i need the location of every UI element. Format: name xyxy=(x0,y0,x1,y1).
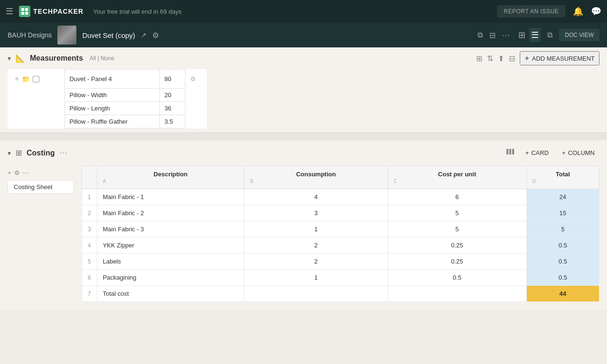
sub-nav-actions: ⧉ ⊟ ⋯ ⊞ ☰ ⧉ DOC VIEW xyxy=(478,28,599,42)
col-consumption-header: Consumption B xyxy=(244,166,388,189)
measurements-filter[interactable]: All | None xyxy=(90,55,114,62)
row-total-7: 44 xyxy=(526,286,599,302)
costing-card-label: Costing Sheet xyxy=(8,180,74,194)
costing-actions: + CARD + COLUMN xyxy=(504,145,599,161)
row-controls: ≡ 📁 xyxy=(12,73,60,86)
measurements-table-wrap: ≡ 📁 Duvet - Panel 4 80 ⚙ Pillow - Width … xyxy=(0,69,607,132)
row-cost-per-unit-4: 0.25 xyxy=(388,237,527,254)
add-measurement-label: ADD MEASUREMENT xyxy=(532,55,595,62)
add-card-sidebar-icon[interactable]: + xyxy=(8,169,11,176)
logo-icon xyxy=(19,6,30,17)
costing-table-row: 7Total cost44 xyxy=(82,286,599,302)
costing-table-row: 5Labels20.250.5 xyxy=(82,254,599,270)
table-row: Pillow - Width 20 xyxy=(8,89,207,102)
row-cost-per-unit-2: 5 xyxy=(388,205,527,221)
sort-icon[interactable]: ⇅ xyxy=(487,54,493,63)
list-view-button[interactable]: ☰ xyxy=(529,28,541,42)
row-cost-per-unit-7 xyxy=(388,286,527,302)
row-consumption-6: 1 xyxy=(244,270,388,286)
measurements-icon: 📐 xyxy=(16,54,25,63)
row-number-3: 3 xyxy=(82,221,97,237)
table-row: Pillow - Length 36 xyxy=(8,102,207,115)
row-consumption-2: 3 xyxy=(244,205,388,221)
add-measurement-button[interactable]: + ADD MEASUREMENT xyxy=(520,51,599,65)
bell-icon[interactable]: 🔔 xyxy=(573,6,583,17)
costing-table-row: 3Main Fabric - 3155 xyxy=(82,221,599,237)
external-link-icon[interactable]: ↗ xyxy=(141,31,147,39)
measurements-section: ▾ 📐 Measurements All | None ⊞ ⇅ ⬆ ⊟ + AD… xyxy=(0,47,607,133)
svg-rect-3 xyxy=(25,12,28,15)
row-cost-per-unit-5: 0.25 xyxy=(388,254,527,270)
add-card-plus-icon: + xyxy=(525,149,529,156)
product-name: Duvet Set (copy) xyxy=(82,31,135,39)
col-num-header xyxy=(82,166,97,189)
doc-view-button[interactable]: DOC VIEW xyxy=(559,29,599,41)
measurement-name-2: Pillow - Width xyxy=(64,89,159,102)
row-consumption-7 xyxy=(244,286,388,302)
scroll-bar-horizontal-2[interactable] xyxy=(0,136,607,140)
svg-rect-6 xyxy=(512,149,514,155)
costing-collapse-button[interactable]: ▾ xyxy=(8,149,11,157)
sub-navigation: BAUH Designs Duvet Set (copy) ↗ ⚙ ⧉ ⊟ ⋯ … xyxy=(0,23,607,47)
row-description-7: Total cost xyxy=(97,286,244,302)
row-consumption-5: 2 xyxy=(244,254,388,270)
row-description-2: Main Fabric - 2 xyxy=(97,205,244,221)
row-description-6: Packagining xyxy=(97,270,244,286)
equals-icon: ≡ xyxy=(15,75,19,82)
columns-view-button[interactable] xyxy=(504,145,517,161)
settings-gear-icon[interactable]: ⚙ xyxy=(190,75,196,82)
row-number-1: 1 xyxy=(82,189,97,205)
costing-more-menu[interactable]: ⋯ xyxy=(60,148,67,157)
nav-right: REPORT AN ISSUE 🔔 💬 xyxy=(497,5,601,18)
measurement-value-2: 20 xyxy=(159,89,185,102)
col-cost-per-unit-header: Cost per unit C xyxy=(388,166,527,189)
costing-table-header-row: Description A Consumption B Cost per uni… xyxy=(82,166,599,189)
costing-table-row: 2Main Fabric - 23515 xyxy=(82,205,599,221)
chat-icon[interactable]: 💬 xyxy=(591,6,601,17)
costing-table: Description A Consumption B Cost per uni… xyxy=(82,165,599,302)
hamburger-menu[interactable]: ☰ xyxy=(6,6,13,17)
more-sidebar-icon[interactable]: ⋯ xyxy=(23,169,29,176)
report-issue-button[interactable]: REPORT AN ISSUE xyxy=(497,5,565,18)
row-cost-per-unit-1: 6 xyxy=(388,189,527,205)
costing-table-icon: ⊞ xyxy=(16,148,22,157)
scroll-bar-horizontal-1[interactable] xyxy=(0,133,607,136)
export-icon[interactable]: ⬆ xyxy=(498,54,504,63)
filter-sort-icon[interactable]: ⊟ xyxy=(509,54,515,63)
add-column-button[interactable]: + COLUMN xyxy=(557,147,599,159)
costing-header: ▾ ⊞ Costing ⋯ + CARD + COLUMN xyxy=(0,140,607,165)
measurements-table: ≡ 📁 Duvet - Panel 4 80 ⚙ Pillow - Width … xyxy=(8,69,207,128)
row-description-4: YKK Zipper xyxy=(97,237,244,254)
settings-sidebar-icon[interactable]: ⚙ xyxy=(14,169,20,176)
view-toggle: ⊞ ☰ xyxy=(516,28,541,42)
checkbox-icon[interactable] xyxy=(33,76,39,82)
trial-text: Your free trial will end in 69 days xyxy=(93,8,182,15)
measurement-value-3: 36 xyxy=(159,102,185,115)
measurements-collapse-button[interactable]: ▾ xyxy=(8,55,11,62)
row-total-3: 5 xyxy=(526,221,599,237)
costing-section: ▾ ⊞ Costing ⋯ + CARD + COLUMN + ⚙ ⋯ xyxy=(0,140,607,309)
brand-name: BAUH Designs xyxy=(8,31,52,39)
row-consumption-3: 1 xyxy=(244,221,388,237)
measurement-name-3: Pillow - Length xyxy=(64,102,159,115)
measurement-name-4: Pillow - Ruffle Gather xyxy=(64,115,159,128)
grid-icon[interactable]: ⊞ xyxy=(476,54,482,63)
measurements-header: ▾ 📐 Measurements All | None ⊞ ⇅ ⬆ ⊟ + AD… xyxy=(0,47,607,69)
svg-rect-4 xyxy=(506,149,508,155)
grid-view-button[interactable]: ⊞ xyxy=(516,28,527,42)
logo: TECHPACKER xyxy=(19,6,83,17)
row-description-5: Labels xyxy=(97,254,244,270)
settings-icon[interactable]: ⚙ xyxy=(152,31,159,40)
row-number-5: 5 xyxy=(82,254,97,270)
add-card-label: CARD xyxy=(531,149,549,156)
measurements-actions: ⊞ ⇅ ⬆ ⊟ + ADD MEASUREMENT xyxy=(476,51,599,65)
measurement-name-1: Duvet - Panel 4 xyxy=(64,70,159,89)
more-icon[interactable]: ⋯ xyxy=(502,31,510,40)
filter-icon[interactable]: ⊟ xyxy=(489,31,496,40)
row-total-1: 24 xyxy=(526,189,599,205)
row-consumption-4: 2 xyxy=(244,237,388,254)
row-total-2: 15 xyxy=(526,205,599,221)
copy-icon[interactable]: ⧉ xyxy=(478,31,483,39)
layers-icon[interactable]: ⧉ xyxy=(547,31,552,39)
add-card-button[interactable]: + CARD xyxy=(521,147,553,159)
